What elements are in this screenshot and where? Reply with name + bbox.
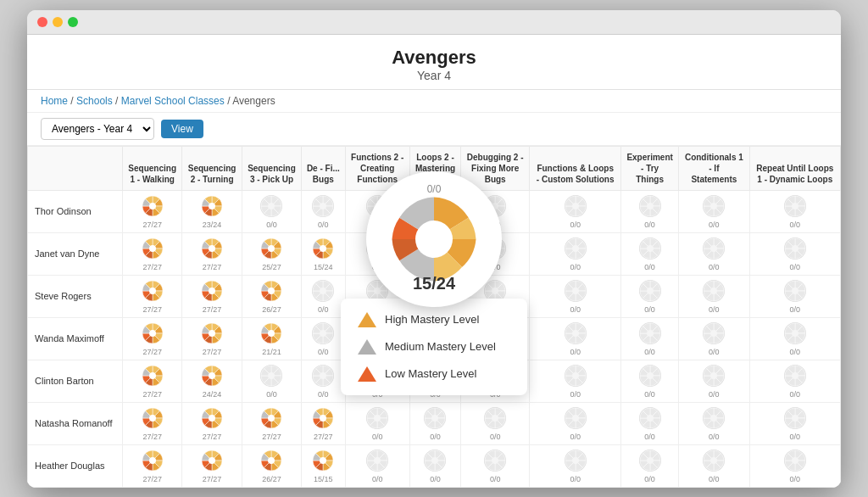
score-cell[interactable]: 0/0 [461, 360, 530, 402]
score-cell[interactable]: 0/0 [679, 360, 749, 402]
score-cell[interactable]: 27/27 [182, 444, 242, 487]
pie-icon [533, 406, 617, 432]
score-cell[interactable]: 25/27 [242, 232, 301, 275]
score-cell[interactable]: 0/0 [621, 190, 679, 232]
score-cell[interactable]: 0/0 [409, 402, 460, 444]
score-cell[interactable]: 0/0 [679, 317, 749, 360]
score-cell[interactable]: 0/0 [749, 317, 840, 360]
score-cell[interactable]: 0/0 [461, 190, 530, 232]
score-cell[interactable]: 0/0 [409, 317, 460, 360]
score-cell[interactable]: 0/0 [621, 444, 679, 487]
score-cell[interactable]: 0/0 [461, 275, 530, 317]
score-cell[interactable]: 15/15 [302, 444, 345, 487]
class-select[interactable]: Avengers - Year 4 [41, 118, 154, 140]
score-cell[interactable]: 0/0 [530, 317, 621, 360]
score-cell[interactable]: 0/0 [530, 444, 621, 487]
score-label: 0/0 [682, 221, 745, 229]
score-cell[interactable]: 0/0 [345, 232, 409, 275]
score-cell[interactable]: 27/27 [182, 317, 242, 360]
score-cell[interactable]: 0/0 [530, 275, 621, 317]
pie-icon [349, 237, 406, 262]
score-cell[interactable]: 0/0 [621, 360, 679, 402]
score-cell[interactable]: 0/0 [302, 190, 345, 232]
pie-icon [305, 279, 341, 304]
svg-point-31 [431, 245, 438, 252]
score-cell[interactable]: 0/0 [621, 402, 679, 444]
score-cell[interactable]: 0/0 [679, 444, 749, 487]
score-cell[interactable]: 15/24 [302, 232, 345, 275]
score-cell[interactable]: 21/21 [242, 317, 301, 360]
score-cell[interactable]: 0/0 [530, 232, 621, 275]
score-cell[interactable]: 27/27 [182, 275, 242, 317]
score-cell[interactable]: 0/0 [749, 402, 840, 444]
score-cell[interactable]: 0/0 [530, 190, 621, 232]
score-cell[interactable]: 0/0 [345, 275, 409, 317]
svg-point-118 [149, 457, 156, 464]
score-label: 0/0 [625, 263, 675, 271]
score-cell[interactable]: 0/0 [679, 232, 749, 275]
col-seq1: Sequencing1 - Walking [123, 146, 182, 190]
score-cell[interactable]: 0/0 [749, 232, 840, 275]
score-cell[interactable]: 0/0 [461, 317, 530, 360]
score-cell[interactable]: 0/0 [749, 360, 840, 402]
breadcrumb-classes[interactable]: Marvel School Classes [121, 95, 225, 107]
score-cell[interactable]: 0/0 [749, 444, 840, 487]
score-cell[interactable]: 0/0 [749, 275, 840, 317]
score-cell[interactable]: 0/0 [345, 317, 409, 360]
score-cell[interactable]: 27/27 [123, 232, 182, 275]
score-cell[interactable]: 0/0 [749, 190, 840, 232]
score-cell[interactable]: 27/27 [123, 360, 182, 402]
score-cell[interactable]: 27/27 [123, 444, 182, 487]
score-cell[interactable]: 0/0 [679, 402, 749, 444]
score-cell[interactable]: 0/0 [302, 360, 345, 402]
page-subtitle: Year 4 [27, 69, 841, 82]
score-cell[interactable]: 0/0 [302, 275, 345, 317]
score-cell[interactable]: 0/0 [679, 190, 749, 232]
svg-point-37 [647, 245, 654, 252]
score-cell[interactable]: 27/27 [123, 275, 182, 317]
score-cell[interactable]: 0/0 [409, 232, 460, 275]
score-cell[interactable]: 0/0 [530, 402, 621, 444]
score-cell[interactable]: 27/27 [182, 232, 242, 275]
score-cell[interactable]: 0/0 [345, 190, 409, 232]
score-cell[interactable]: 27/27 [123, 402, 182, 444]
svg-point-33 [492, 245, 498, 252]
score-cell[interactable]: 0/0 [242, 360, 301, 402]
score-cell[interactable]: 27/27 [123, 317, 182, 360]
score-cell[interactable]: 0/0 [621, 232, 679, 275]
score-cell[interactable]: 0/0 [409, 444, 460, 487]
score-cell[interactable]: 27/27 [242, 402, 301, 444]
col-cond1: Conditionals 1- IfStatements [679, 146, 749, 190]
pie-icon [414, 406, 457, 432]
score-cell[interactable]: 26/27 [242, 444, 301, 487]
score-cell[interactable]: 0/0 [345, 444, 409, 487]
score-cell[interactable]: 0/0 [530, 360, 621, 402]
svg-point-105 [374, 415, 381, 422]
score-cell[interactable]: 27/27 [302, 402, 345, 444]
score-cell[interactable]: 0/0 [302, 317, 345, 360]
score-cell[interactable]: 0/0 [621, 275, 679, 317]
score-cell[interactable]: 0/0 [461, 232, 530, 275]
score-cell[interactable]: 0/0 [461, 402, 530, 444]
view-button[interactable]: View [161, 120, 203, 138]
score-cell[interactable]: 27/27 [182, 402, 242, 444]
score-cell[interactable]: 0/0 [242, 190, 301, 232]
score-cell[interactable]: 26/27 [242, 275, 301, 317]
svg-point-15 [492, 203, 498, 209]
score-cell[interactable]: 0/0 [409, 275, 460, 317]
score-cell[interactable]: 0/0 [461, 444, 530, 487]
score-cell[interactable]: 27/27 [123, 190, 182, 232]
score-cell[interactable]: 0/0 [409, 190, 460, 232]
breadcrumb-home[interactable]: Home [41, 95, 68, 107]
score-cell[interactable]: 0/0 [409, 360, 460, 402]
pie-icon [126, 194, 178, 220]
score-cell[interactable]: 23/24 [182, 190, 242, 232]
score-cell[interactable]: 0/0 [345, 402, 409, 444]
score-label: 0/0 [754, 263, 837, 271]
score-cell[interactable]: 0/0 [679, 275, 749, 317]
score-cell[interactable]: 24/24 [182, 360, 242, 402]
svg-point-17 [572, 203, 579, 209]
score-cell[interactable]: 0/0 [621, 317, 679, 360]
score-cell[interactable]: 0/0 [345, 360, 409, 402]
breadcrumb-schools[interactable]: Schools [76, 95, 113, 107]
